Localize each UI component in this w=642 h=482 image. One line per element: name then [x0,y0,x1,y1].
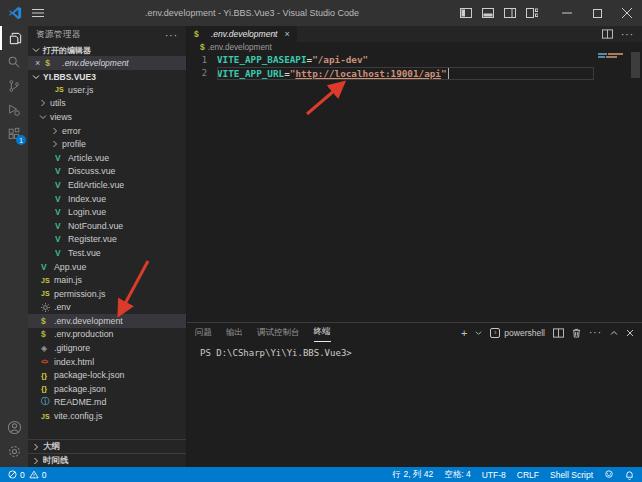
vue-file-icon: V [41,262,54,272]
status-bar: 0 0 行 2, 列 42 空格: 4 UTF-8 CRLF Shell Scr… [0,467,642,482]
tree-item-editarticle-vue[interactable]: VEditArticle.vue [28,178,186,192]
timeline-section[interactable]: 时间线 [28,453,186,467]
explorer-icon[interactable] [0,26,28,50]
tree-item-views[interactable]: views [28,110,186,124]
terminal-output[interactable]: PS D:\CSharp\Yi\Yi.BBS.Vue3> [187,342,642,467]
feedback-icon[interactable] [604,470,614,479]
window-title: .env.development - Yi.BBS.Vue3 - Visual … [44,8,460,18]
editor-scrollbar[interactable] [628,52,642,322]
code-editor[interactable]: 1VITE_APP_BASEAPI="/api-dev"2VITE_APP_UR… [187,52,642,322]
tree-item-user-js[interactable]: JSuser.js [28,83,186,97]
panel-tab-1[interactable]: 输出 [226,323,243,342]
project-root-section[interactable]: YI.BBS.VUE3 [28,70,186,83]
tree-item-login-vue[interactable]: VLogin.vue [28,205,186,219]
problems-warnings[interactable]: 0 [29,470,47,480]
tab-env-development[interactable]: $ .env.development × [187,26,297,42]
explorer-more-actions-icon[interactable]: ··· [165,30,178,41]
open-editors-section[interactable]: 打开的编辑器 [28,44,186,56]
tree-item-vite-config-js[interactable]: JSvite.config.js [28,409,186,423]
tree-item-index-html[interactable]: <>index.html [28,355,186,369]
toggle-secondary-sidebar-icon[interactable] [504,8,516,18]
source-control-icon[interactable] [0,74,28,98]
customize-layout-icon[interactable] [526,8,538,18]
tree-item-profile[interactable]: profile [28,137,186,151]
tree-item-main-js[interactable]: JSmain.js [28,273,186,287]
tree-item-discuss-vue[interactable]: VDiscuss.vue [28,165,186,179]
tree-item-register-vue[interactable]: VRegister.vue [28,233,186,247]
new-terminal-icon[interactable]: + [461,327,467,339]
tree-item-package-lock-json[interactable]: {}package-lock.json [28,368,186,382]
account-icon[interactable] [0,415,28,439]
run-debug-icon[interactable] [0,98,28,122]
tree-item-utils[interactable]: utils [28,97,186,111]
tree-item-gitignore[interactable]: ◈.gitignore [28,341,186,355]
terminal-prompt: PS D:\CSharp\Yi\Yi.BBS.Vue3> [200,348,352,358]
tree-item-index-vue[interactable]: VIndex.vue [28,192,186,206]
cursor-position[interactable]: 行 2, 列 42 [393,469,434,481]
indentation[interactable]: 空格: 4 [444,469,470,481]
close-panel-icon[interactable] [626,329,634,337]
panel-tab-0[interactable]: 问题 [195,323,212,342]
tree-item-readme-md[interactable]: ⓘREADME.md [28,396,186,410]
menu-icon[interactable] [32,8,44,18]
tree-item-test-vue[interactable]: VTest.vue [28,246,186,260]
gear-icon [41,303,54,312]
close-editor-icon[interactable]: × [35,58,40,68]
tree-item-article-vue[interactable]: VArticle.vue [28,151,186,165]
settings-gear-icon[interactable] [0,439,28,463]
vue-file-icon: V [55,234,68,244]
toggle-primary-sidebar-icon[interactable] [460,8,472,18]
panel-tab-3[interactable]: 终端 [314,323,331,342]
minimap[interactable] [596,52,628,322]
activity-bar: 1 [0,26,28,467]
vue-file-icon: V [55,166,68,176]
close-window-button[interactable] [612,0,642,26]
code-line-1[interactable]: 1VITE_APP_BASEAPI="/api-dev" [187,53,642,67]
json-file-icon: {} [41,371,54,380]
tree-item-app-vue[interactable]: VApp.vue [28,260,186,274]
tab-close-icon[interactable]: × [284,29,289,39]
tree-item-error[interactable]: error [28,124,186,138]
language-mode[interactable]: Shell Script [550,470,593,480]
line-number: 1 [187,55,217,65]
outline-section[interactable]: 大纲 [28,439,186,453]
panel-more-actions-icon[interactable]: ··· [589,327,602,338]
extensions-icon[interactable]: 1 [0,122,28,146]
tree-item-env[interactable]: .env [28,301,186,315]
split-terminal-icon[interactable] [553,328,564,338]
kill-terminal-trash-icon[interactable] [572,328,581,338]
panel-tab-2[interactable]: 调试控制台 [257,323,300,342]
code-line-2[interactable]: 2VITE_APP_URL="http://localhost:19001/ap… [187,67,642,81]
markdown-file-icon: ⓘ [41,396,54,408]
search-icon[interactable] [0,50,28,74]
tree-item-env-development[interactable]: $.env.development [28,314,186,328]
extensions-badge: 1 [16,135,26,145]
terminal-dropdown-icon[interactable] [475,330,482,336]
vscode-logo-icon [8,6,22,20]
tree-item-permission-js[interactable]: JSpermission.js [28,287,186,301]
shell-picker[interactable]: › powershell [490,328,545,338]
split-editor-icon[interactable] [602,29,613,39]
tree-item-notfound-vue[interactable]: VNotFound.vue [28,219,186,233]
problems-errors[interactable]: 0 [8,470,25,480]
shellscript-file-icon: $ [45,58,58,68]
vue-file-icon: V [55,180,68,190]
maximize-panel-icon[interactable] [610,330,618,336]
tree-item-env-production[interactable]: $.env.production [28,328,186,342]
open-editor-item-env-development[interactable]: × $ .env.development [28,56,186,70]
minimize-button[interactable] [552,0,582,26]
tab-bar: $ .env.development × ··· [187,26,642,42]
eol-sequence[interactable]: CRLF [517,470,539,480]
editor-more-actions-icon[interactable]: ··· [621,29,634,40]
toggle-panel-icon[interactable] [482,8,494,18]
breadcrumb[interactable]: $ .env.development [187,42,642,52]
notifications-bell-icon[interactable] [625,470,634,480]
encoding[interactable]: UTF-8 [482,470,506,480]
js-file-icon: JS [41,277,54,284]
line-number: 2 [187,68,217,78]
maximize-button[interactable] [582,0,612,26]
json-file-icon: {} [41,384,54,393]
tree-item-package-json[interactable]: {}package.json [28,382,186,396]
shellscript-file-icon: $ [41,329,54,339]
text-cursor [448,68,449,79]
